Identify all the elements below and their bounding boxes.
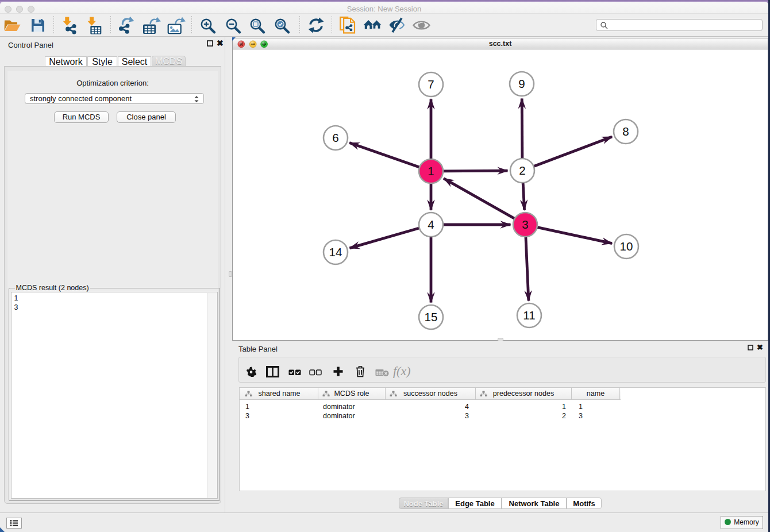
svg-text:1: 1 [428,164,434,178]
svg-text:14: 14 [329,245,342,259]
svg-text:8: 8 [622,125,629,138]
svg-text:3: 3 [522,218,528,231]
svg-text:9: 9 [518,77,525,90]
svg-text:6: 6 [332,131,338,144]
svg-text:11: 11 [523,309,535,322]
svg-text:10: 10 [620,240,633,253]
svg-text:15: 15 [425,310,438,323]
svg-text:2: 2 [519,164,525,177]
svg-text:7: 7 [428,78,434,91]
svg-text:4: 4 [428,218,434,231]
